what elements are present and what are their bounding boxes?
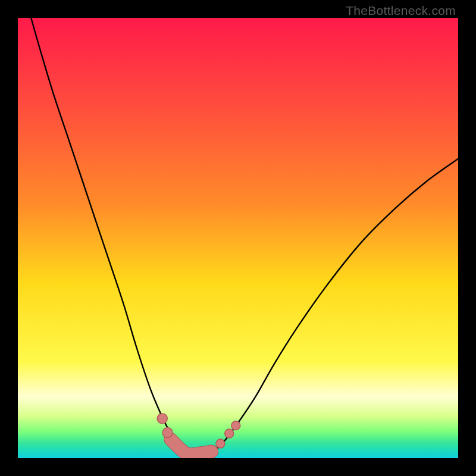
series-right-rise xyxy=(212,159,458,454)
frame: TheBottleneck.com xyxy=(0,0,476,476)
series-left-dip xyxy=(31,18,187,454)
marker-dot xyxy=(231,421,240,430)
marker-dot xyxy=(225,429,234,438)
marker-dot xyxy=(157,414,167,424)
marker-dot xyxy=(162,428,173,438)
watermark-text: TheBottleneck.com xyxy=(346,4,456,18)
marker-worm xyxy=(171,439,212,455)
plot-area xyxy=(18,18,458,458)
chart-curve-layer xyxy=(18,18,458,458)
marker-dot xyxy=(216,439,225,448)
